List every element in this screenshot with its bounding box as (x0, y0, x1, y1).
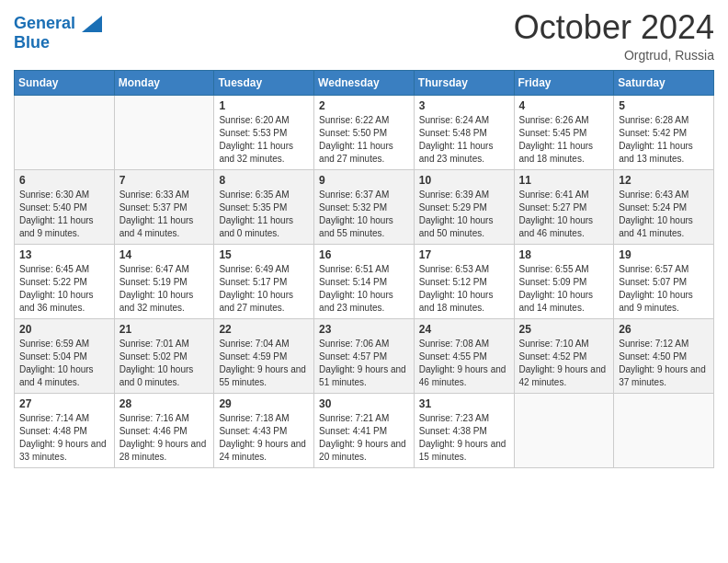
calendar-cell: 1Sunrise: 6:20 AM Sunset: 5:53 PM Daylig… (214, 95, 314, 169)
calendar-cell: 27Sunrise: 7:14 AM Sunset: 4:48 PM Dayli… (15, 393, 115, 467)
day-number: 22 (219, 323, 309, 336)
calendar-cell: 2Sunrise: 6:22 AM Sunset: 5:50 PM Daylig… (314, 95, 415, 169)
day-number: 15 (219, 248, 309, 261)
calendar-cell: 10Sunrise: 6:39 AM Sunset: 5:29 PM Dayli… (414, 169, 514, 244)
day-number: 18 (519, 248, 609, 261)
logo-text: General (14, 14, 102, 33)
day-number: 8 (219, 174, 309, 187)
svg-marker-0 (82, 16, 102, 32)
calendar-cell: 30Sunrise: 7:21 AM Sunset: 4:41 PM Dayli… (314, 393, 415, 467)
day-info: Sunrise: 7:23 AM Sunset: 4:38 PM Dayligh… (419, 412, 509, 464)
calendar-cell: 11Sunrise: 6:41 AM Sunset: 5:27 PM Dayli… (514, 169, 614, 244)
calendar-cell: 20Sunrise: 6:59 AM Sunset: 5:04 PM Dayli… (15, 318, 115, 393)
day-number: 11 (519, 174, 609, 187)
day-info: Sunrise: 6:41 AM Sunset: 5:27 PM Dayligh… (519, 189, 609, 240)
day-number: 9 (319, 174, 409, 187)
day-number: 17 (419, 248, 509, 261)
day-number: 29 (219, 397, 309, 410)
day-number: 26 (619, 323, 709, 336)
weekday-header-row: SundayMondayTuesdayWednesdayThursdayFrid… (15, 70, 714, 95)
calendar-cell: 13Sunrise: 6:45 AM Sunset: 5:22 PM Dayli… (15, 244, 115, 318)
day-info: Sunrise: 6:24 AM Sunset: 5:48 PM Dayligh… (419, 114, 509, 166)
weekday-header: Saturday (614, 70, 714, 95)
calendar-week-row: 20Sunrise: 6:59 AM Sunset: 5:04 PM Dayli… (15, 318, 714, 393)
day-info: Sunrise: 6:26 AM Sunset: 5:45 PM Dayligh… (519, 114, 609, 166)
logo-general: General (14, 14, 75, 32)
day-info: Sunrise: 6:47 AM Sunset: 5:19 PM Dayligh… (119, 263, 210, 315)
day-info: Sunrise: 7:08 AM Sunset: 4:55 PM Dayligh… (419, 338, 509, 389)
day-number: 13 (19, 248, 109, 261)
day-info: Sunrise: 7:16 AM Sunset: 4:46 PM Dayligh… (119, 412, 210, 464)
day-info: Sunrise: 6:30 AM Sunset: 5:40 PM Dayligh… (19, 189, 109, 240)
month-title: October 2024 (514, 9, 714, 46)
weekday-header: Monday (114, 70, 214, 95)
calendar-cell: 23Sunrise: 7:06 AM Sunset: 4:57 PM Dayli… (314, 318, 415, 393)
day-number: 12 (619, 174, 709, 187)
day-number: 14 (119, 248, 210, 261)
weekday-header: Wednesday (314, 70, 415, 95)
calendar-cell: 7Sunrise: 6:33 AM Sunset: 5:37 PM Daylig… (114, 169, 214, 244)
day-number: 19 (619, 248, 709, 261)
calendar-cell: 14Sunrise: 6:47 AM Sunset: 5:19 PM Dayli… (114, 244, 214, 318)
day-number: 3 (419, 99, 509, 112)
calendar-cell: 25Sunrise: 7:10 AM Sunset: 4:52 PM Dayli… (514, 318, 614, 393)
day-number: 30 (319, 397, 409, 410)
day-number: 16 (319, 248, 409, 261)
day-info: Sunrise: 6:49 AM Sunset: 5:17 PM Dayligh… (219, 263, 309, 315)
day-number: 1 (219, 99, 309, 112)
day-number: 25 (519, 323, 609, 336)
calendar-cell: 5Sunrise: 6:28 AM Sunset: 5:42 PM Daylig… (614, 95, 714, 169)
day-info: Sunrise: 6:33 AM Sunset: 5:37 PM Dayligh… (119, 189, 210, 240)
day-number: 24 (419, 323, 509, 336)
calendar-cell: 24Sunrise: 7:08 AM Sunset: 4:55 PM Dayli… (414, 318, 514, 393)
calendar-cell: 29Sunrise: 7:18 AM Sunset: 4:43 PM Dayli… (214, 393, 314, 467)
day-number: 7 (119, 174, 210, 187)
day-info: Sunrise: 7:06 AM Sunset: 4:57 PM Dayligh… (319, 338, 409, 389)
day-info: Sunrise: 7:04 AM Sunset: 4:59 PM Dayligh… (219, 338, 309, 389)
calendar-cell (114, 95, 214, 169)
logo-icon (82, 16, 102, 32)
calendar-cell: 17Sunrise: 6:53 AM Sunset: 5:12 PM Dayli… (414, 244, 514, 318)
day-number: 2 (319, 99, 409, 112)
calendar-cell: 19Sunrise: 6:57 AM Sunset: 5:07 PM Dayli… (614, 244, 714, 318)
calendar-week-row: 6Sunrise: 6:30 AM Sunset: 5:40 PM Daylig… (15, 169, 714, 244)
calendar-cell: 6Sunrise: 6:30 AM Sunset: 5:40 PM Daylig… (15, 169, 115, 244)
day-info: Sunrise: 6:35 AM Sunset: 5:35 PM Dayligh… (219, 189, 309, 240)
day-info: Sunrise: 6:22 AM Sunset: 5:50 PM Dayligh… (319, 114, 409, 166)
day-number: 27 (19, 397, 109, 410)
calendar: SundayMondayTuesdayWednesdayThursdayFrid… (14, 70, 714, 468)
weekday-header: Thursday (414, 70, 514, 95)
day-number: 6 (19, 174, 109, 187)
calendar-cell: 3Sunrise: 6:24 AM Sunset: 5:48 PM Daylig… (414, 95, 514, 169)
calendar-cell: 21Sunrise: 7:01 AM Sunset: 5:02 PM Dayli… (114, 318, 214, 393)
day-number: 31 (419, 397, 509, 410)
day-info: Sunrise: 6:45 AM Sunset: 5:22 PM Dayligh… (19, 263, 109, 315)
day-info: Sunrise: 6:28 AM Sunset: 5:42 PM Dayligh… (619, 114, 709, 166)
calendar-cell: 22Sunrise: 7:04 AM Sunset: 4:59 PM Dayli… (214, 318, 314, 393)
day-info: Sunrise: 7:18 AM Sunset: 4:43 PM Dayligh… (219, 412, 309, 464)
weekday-header: Friday (514, 70, 614, 95)
day-number: 21 (119, 323, 210, 336)
day-number: 5 (619, 99, 709, 112)
day-info: Sunrise: 6:37 AM Sunset: 5:32 PM Dayligh… (319, 189, 409, 240)
day-info: Sunrise: 6:43 AM Sunset: 5:24 PM Dayligh… (619, 189, 709, 240)
logo: General Blue (14, 14, 102, 52)
calendar-cell (614, 393, 714, 467)
weekday-header: Sunday (15, 70, 115, 95)
day-info: Sunrise: 6:39 AM Sunset: 5:29 PM Dayligh… (419, 189, 509, 240)
page: General Blue October 2024 Orgtrud, Russi… (0, 0, 728, 482)
calendar-cell: 8Sunrise: 6:35 AM Sunset: 5:35 PM Daylig… (214, 169, 314, 244)
title-block: October 2024 Orgtrud, Russia (514, 9, 714, 63)
day-info: Sunrise: 7:14 AM Sunset: 4:48 PM Dayligh… (19, 412, 109, 464)
calendar-cell: 18Sunrise: 6:55 AM Sunset: 5:09 PM Dayli… (514, 244, 614, 318)
day-number: 23 (319, 323, 409, 336)
calendar-cell: 26Sunrise: 7:12 AM Sunset: 4:50 PM Dayli… (614, 318, 714, 393)
day-info: Sunrise: 6:55 AM Sunset: 5:09 PM Dayligh… (519, 263, 609, 315)
logo-blue: Blue (14, 33, 102, 52)
weekday-header: Tuesday (214, 70, 314, 95)
day-info: Sunrise: 6:20 AM Sunset: 5:53 PM Dayligh… (219, 114, 309, 166)
calendar-cell: 4Sunrise: 6:26 AM Sunset: 5:45 PM Daylig… (514, 95, 614, 169)
day-info: Sunrise: 7:01 AM Sunset: 5:02 PM Dayligh… (119, 338, 210, 389)
calendar-cell: 16Sunrise: 6:51 AM Sunset: 5:14 PM Dayli… (314, 244, 415, 318)
calendar-week-row: 13Sunrise: 6:45 AM Sunset: 5:22 PM Dayli… (15, 244, 714, 318)
